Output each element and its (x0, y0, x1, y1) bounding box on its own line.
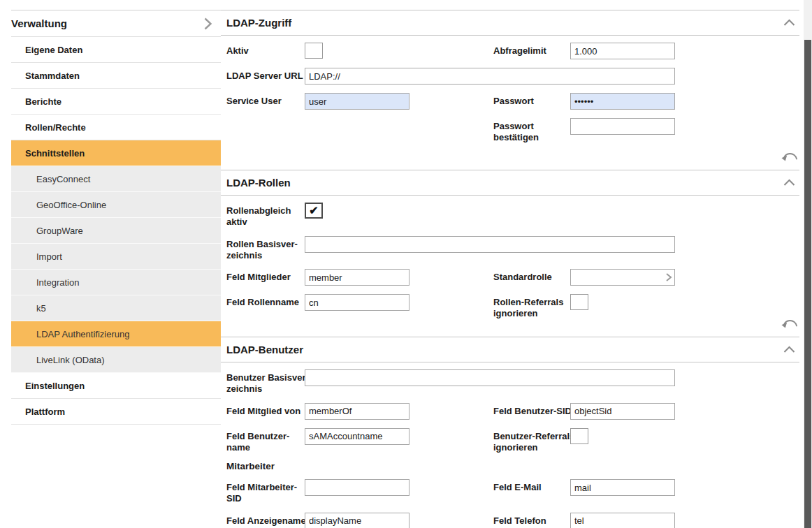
standardrolle-label: Standardrolle (493, 269, 570, 283)
feld-mitarbeiter-sid-input[interactable] (305, 479, 409, 496)
section-title: LDAP-Benutzer (226, 344, 303, 355)
section-header: LDAP-Rollen (221, 170, 799, 196)
collapse-chevron-icon[interactable] (782, 177, 797, 188)
form-row: Rollen Basisver- zeichnis (226, 236, 799, 262)
aktiv-checkbox[interactable] (305, 43, 323, 59)
sidebar-item-groupware[interactable]: GroupWare (11, 218, 221, 244)
feld-mitglieder-input[interactable] (305, 269, 409, 286)
password-input[interactable] (570, 93, 675, 110)
rollen-referrals-checkbox[interactable] (570, 294, 588, 310)
undo-row (226, 319, 799, 335)
section-header: LDAP-Benutzer (221, 337, 799, 362)
form-row: Feld Benutzer- name Benutzer-Referrals i… (226, 428, 799, 454)
form-row-right: Feld Benutzer-SID (493, 403, 675, 420)
sidebar-item-label: LDAP Authentifizierung (36, 329, 129, 339)
app: Verwaltung Eigene Daten Stammdaten Beric… (0, 0, 812, 528)
feld-mitglieder-label: Feld Mitglieder (226, 269, 305, 283)
collapse-chevron-icon[interactable] (782, 344, 797, 355)
feld-benutzer-sid-label: Feld Benutzer-SID (493, 403, 570, 417)
benutzer-referrals-label: Benutzer-Referrals ignorieren (493, 428, 570, 454)
feld-benutzer-sid-input[interactable] (570, 403, 675, 420)
form-row-right: Standardrolle (493, 269, 675, 286)
sidebar-item-eigene-daten[interactable]: Eigene Daten (11, 37, 221, 63)
sidebar-item-label: Einstellungen (25, 381, 85, 391)
section-title: LDAP-Rollen (226, 177, 291, 189)
scrollbar[interactable] (804, 0, 812, 528)
feld-benutzername-label: Feld Benutzer- name (226, 428, 305, 454)
sidebar-header[interactable]: Verwaltung (11, 10, 221, 37)
benutzer-referrals-checkbox[interactable] (570, 428, 588, 444)
standardrolle-input[interactable] (571, 270, 663, 284)
form-row: Feld Mitglieder Standardrolle (226, 269, 799, 286)
sidebar-item-label: k5 (36, 303, 46, 314)
benutzer-basis-label: Benutzer Basisver- zeichnis (226, 369, 305, 395)
checkbox-mark: ✔ (309, 205, 318, 217)
undo-icon[interactable] (781, 152, 798, 163)
sidebar-item-label: EasyConnect (36, 174, 90, 184)
section-body: Benutzer Basisver- zeichnis Feld Mitglie… (221, 362, 799, 528)
abfragelimit-label: Abfragelimit (493, 43, 570, 57)
form-row: Feld Anzeigename Feld Telefon (226, 513, 799, 528)
section-title: LDAP-Zugriff (226, 17, 291, 29)
sidebar-item-livelink-odata[interactable]: LiveLink (OData) (11, 347, 221, 373)
sidebar-item-label: Integration (36, 277, 79, 288)
feld-benutzername-input[interactable] (305, 428, 409, 445)
form-row-right: Feld Telefon (493, 513, 675, 528)
rollen-referrals-label: Rollen-Referrals ignorieren (493, 294, 570, 320)
sidebar-item-ldap-authentifizierung[interactable]: LDAP Authentifizierung (11, 321, 221, 347)
feld-telefon-input[interactable] (570, 513, 675, 528)
abfragelimit-input[interactable] (570, 43, 675, 59)
sidebar-item-label: GroupWare (36, 226, 83, 236)
rollenabgleich-label: Rollenabgleich aktiv (226, 203, 305, 228)
service-user-label: Service User (226, 93, 305, 107)
feld-email-label: Feld E-Mail (493, 479, 570, 493)
benutzer-basis-input[interactable] (305, 369, 675, 386)
password-confirm-input[interactable] (570, 118, 675, 135)
chevron-right-icon[interactable] (663, 272, 674, 282)
feld-mitglied-von-input[interactable] (305, 403, 409, 420)
sidebar-item-integration[interactable]: Integration (11, 270, 221, 295)
section-ldap-rollen: LDAP-Rollen Rollenabgleich aktiv ✔ Rolle… (221, 170, 799, 337)
sidebar-item-plattform[interactable]: Plattform (11, 399, 221, 425)
section-header: LDAP-Zugriff (221, 10, 799, 36)
undo-icon[interactable] (781, 319, 798, 330)
sidebar-item-label: Stammdaten (25, 71, 80, 81)
chevron-right-icon (203, 17, 212, 31)
sidebar-title: Verwaltung (11, 17, 67, 29)
sidebar-item-stammdaten[interactable]: Stammdaten (11, 63, 221, 89)
sidebar-item-label: Rollen/Rechte (25, 122, 86, 133)
feld-email-input[interactable] (570, 479, 675, 496)
passwort-bestaetigen-label: Passwort bestätigen (493, 118, 570, 144)
sidebar-item-import[interactable]: Import (11, 244, 221, 270)
standardrolle-lookup[interactable] (570, 269, 675, 286)
sidebar-item-label: Schnittstellen (25, 148, 85, 159)
form-row: LDAP Server URL (226, 68, 799, 85)
sidebar-item-label: LiveLink (OData) (36, 355, 105, 365)
section-ldap-zugriff: LDAP-Zugriff Aktiv Abfragelimit LDAP Ser… (221, 10, 799, 170)
sidebar-item-label: Import (36, 251, 62, 262)
sidebar-item-einstellungen[interactable]: Einstellungen (11, 373, 221, 399)
sidebar-item-rollen-rechte[interactable]: Rollen/Rechte (11, 115, 221, 140)
sidebar-item-label: Berichte (25, 96, 61, 107)
main-content: LDAP-Zugriff Aktiv Abfragelimit LDAP Ser… (221, 0, 804, 528)
collapse-chevron-icon[interactable] (782, 17, 797, 28)
feld-rollenname-input[interactable] (305, 294, 409, 311)
sidebar-item-schnittstellen[interactable]: Schnittstellen (11, 140, 221, 166)
service-user-input[interactable] (305, 93, 409, 110)
feld-anzeigename-input[interactable] (305, 513, 409, 528)
section-body: Aktiv Abfragelimit LDAP Server URL Servi… (221, 36, 799, 170)
rollen-basis-input[interactable] (305, 236, 675, 253)
form-row: Feld Rollenname Rollen-Referrals ignorie… (226, 294, 799, 311)
scrollbar-thumb[interactable] (804, 40, 811, 528)
form-row-right: Abfragelimit (493, 43, 675, 59)
empty-label-spacer (226, 118, 305, 121)
server-url-label: LDAP Server URL (226, 68, 305, 82)
sidebar-item-geooffice-online[interactable]: GeoOffice-Online (11, 192, 221, 218)
feld-rollenname-label: Feld Rollenname (226, 294, 305, 308)
sidebar-item-berichte[interactable]: Berichte (11, 89, 221, 115)
undo-row (226, 152, 799, 168)
sidebar-item-easyconnect[interactable]: EasyConnect (11, 166, 221, 192)
sidebar-item-k5[interactable]: k5 (11, 295, 221, 321)
server-url-input[interactable] (305, 68, 675, 85)
rollenabgleich-checkbox[interactable]: ✔ (305, 203, 323, 219)
